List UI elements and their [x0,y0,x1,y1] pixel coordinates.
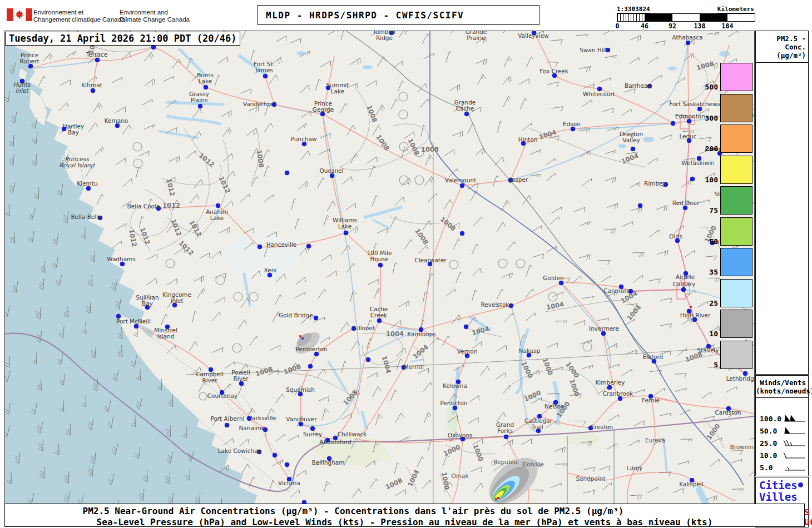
legend-value: 25 [709,299,718,307]
scale-bar-segments [617,13,755,22]
city-label: Cardston [715,409,741,416]
city-label: GrandePrairie [466,31,487,41]
city-label: Wadhams [107,256,136,262]
city-label: Trail [531,424,543,430]
city-label: Colville [523,461,544,467]
city-dot [134,324,138,328]
city-label: Canmore [603,287,630,294]
caption-box: PM2.5 Near-Ground Air Concentrations (µg… [4,504,805,527]
product-title: MLDP - HRDPS/SHRPD - CWFIS/SCIFV [258,10,464,21]
city-dot [681,287,686,292]
city-dot [308,364,313,368]
isobar-label: 1004 [386,330,404,338]
city-label: Port Alberni [210,415,244,422]
city-label: Valleyview [518,32,549,39]
city-label: BurnsLake [197,72,214,84]
city-dot [571,127,575,131]
header: Environnement etChangement climatique Ca… [0,0,812,31]
city-dot [151,45,156,49]
city-dot [601,331,606,336]
legend-value: 500 [705,83,718,91]
map-canvas: Tuesday, 21 April 2026 21:00 PDT (20/46)… [4,31,755,505]
city-dot [330,173,334,178]
city-label: MinstrelIsland [154,327,177,340]
city-label: Hanceville [266,241,297,248]
wind-speed-label: 10.0 [760,451,777,460]
legend-swatch [720,310,752,338]
city-label: Vernon [457,348,478,355]
city-label: Punchaw [291,136,317,142]
city-label: Bella Bella [71,213,101,220]
city-label: Kelowna [443,382,467,389]
city-label: DraytonValley [620,131,643,143]
city-dot [310,426,315,431]
city-dot [273,453,277,457]
winds-legend-units: (knots/noeuds) [756,387,808,395]
city-dot [687,119,691,123]
winds-legend: Winds/Vents (knots/noeuds) 100.050.025.0… [755,375,809,476]
city-dot [683,206,687,210]
city-label: Athabasca [672,34,703,41]
city-label: GrandeCache [454,99,476,112]
legend-value: 100 [705,176,718,184]
legend-swatch [720,217,752,246]
city-label: Barrhead [625,82,651,89]
legend-value: 75 [709,206,718,215]
city-label: Golden [543,275,563,281]
city-label: Lethbridge [726,375,754,382]
winds-legend-title: Winds/Vents [756,378,808,387]
city-label: Browning [730,444,754,450]
city-label: Kamloops [407,331,435,337]
city-label: Xeni [264,267,277,273]
scale-bar: 1:3303824 Kilometers 04692138184 [617,4,756,30]
city-label: Kimberley [595,379,625,386]
timestamp-box: Tuesday, 21 April 2026 21:00 PDT (20/46) [5,32,240,46]
city-label: Edson [563,121,581,127]
city-dot [504,435,508,439]
weather-map-page: Environnement etChangement climatique Ca… [0,0,812,528]
legend-swatch [720,186,752,215]
legend-value: 50 [709,237,718,246]
scale-segment [700,14,727,21]
city-dot [464,112,469,116]
legend-value: 5 [714,361,718,369]
city-dot [366,357,370,362]
city-label: Wetaskiwin [681,160,714,166]
base-geography-layer [5,31,754,504]
scale-tick-label: 0 [616,22,620,30]
city-label: Revelstoke [481,301,512,308]
scale-tick-label: 138 [694,22,706,30]
city-label: Nakusp [519,347,541,354]
city-dot [285,462,289,467]
legend-value: 300 [705,114,718,122]
city-label: High River [680,312,711,318]
wind-barb-icon [784,450,806,460]
city-label: 100 MileHouse [367,250,392,262]
city-label: Fox Creek [539,68,569,74]
city-label: Airdrie [676,273,695,280]
city-label: Hinton [518,136,538,143]
city-dot [299,422,303,426]
legend-swatch [720,279,752,307]
product-title-box: MLDP - HRDPS/SHRPD - CWFIS/SCIFV [258,5,539,25]
city-label: Libby [627,465,642,471]
city-dot [559,281,563,285]
isobar-label: 1008 [421,146,439,153]
cities-label-en: Cities [759,479,798,491]
wind-speed-label: 100.0 [760,415,781,423]
city-label: CacheCreek [370,306,388,318]
city-label: Leduc [679,133,696,140]
city-label: Kalispell [679,481,703,487]
city-dot-icon [798,482,803,487]
city-dot [86,186,91,191]
city-dot [239,381,244,386]
city-label: PrinceRupert [19,52,39,64]
cities-label-fr: Villes [759,491,798,503]
city-dot [120,262,125,266]
city-label: Calgary [673,281,695,287]
city-label: Valemount [445,177,476,183]
city-label: Fort Saskatchewan [669,101,724,107]
city-dot [618,396,622,401]
legend-swatch [720,341,752,369]
wind-barb-icon [784,438,806,448]
